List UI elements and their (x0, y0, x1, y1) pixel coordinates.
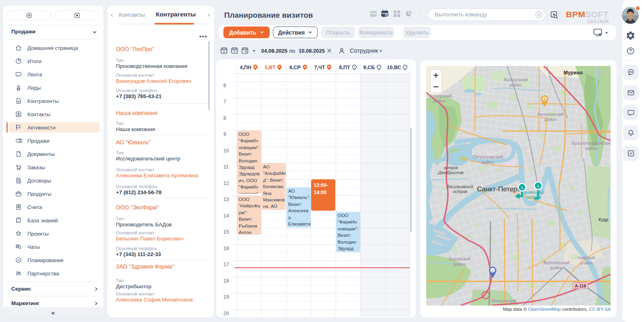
svg-text:2: 2 (537, 184, 539, 188)
svg-text:1: 1 (492, 269, 494, 273)
svg-text:1: 1 (521, 186, 523, 190)
svg-text:Кудр: Кудр (599, 217, 608, 222)
svg-text:1: 1 (223, 50, 225, 53)
svg-text:Санкт-Петербу: Санкт-Петербу (477, 185, 524, 193)
svg-text:Невскийрайон: Невскийрайон (578, 255, 595, 265)
svg-text:1: 1 (544, 98, 546, 101)
svg-text:Мурино: Мурино (564, 70, 583, 76)
svg-text:зымянныйостров: зымянныйостров (524, 190, 544, 199)
svg-text:А-118: А-118 (575, 283, 586, 288)
svg-text:7: 7 (233, 50, 235, 53)
